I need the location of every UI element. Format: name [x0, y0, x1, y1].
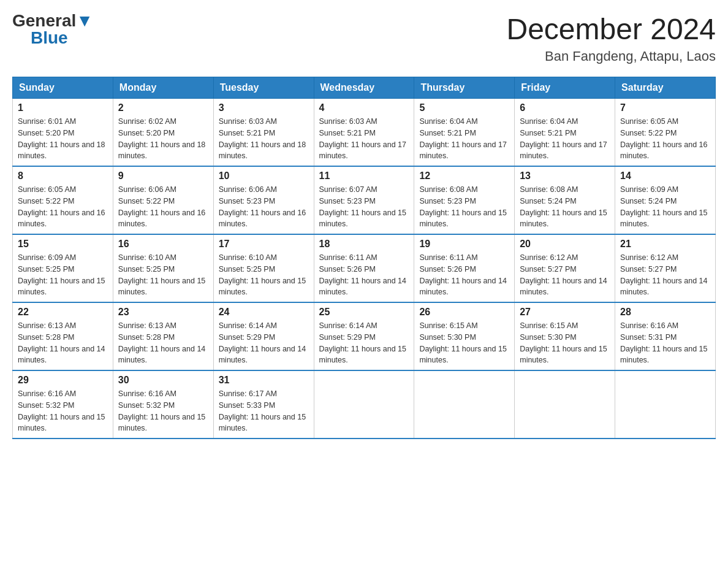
day-info: Sunrise: 6:14 AM Sunset: 5:29 PM Dayligh… [319, 320, 409, 366]
calendar-cell: 12 Sunrise: 6:08 AM Sunset: 5:23 PM Dayl… [414, 166, 515, 234]
calendar-title: December 2024 [506, 12, 716, 46]
day-info: Sunrise: 6:14 AM Sunset: 5:29 PM Dayligh… [219, 320, 309, 366]
day-number: 8 [18, 170, 108, 182]
day-number: 23 [118, 307, 208, 318]
day-info: Sunrise: 6:16 AM Sunset: 5:32 PM Dayligh… [118, 388, 208, 434]
day-info: Sunrise: 6:13 AM Sunset: 5:28 PM Dayligh… [18, 320, 108, 366]
day-number: 12 [419, 170, 509, 182]
day-info: Sunrise: 6:16 AM Sunset: 5:32 PM Dayligh… [18, 388, 108, 434]
calendar-cell: 14 Sunrise: 6:09 AM Sunset: 5:24 PM Dayl… [615, 166, 716, 234]
calendar-cell: 16 Sunrise: 6:10 AM Sunset: 5:25 PM Dayl… [113, 234, 213, 302]
day-info: Sunrise: 6:17 AM Sunset: 5:33 PM Dayligh… [219, 388, 309, 434]
calendar-cell: 24 Sunrise: 6:14 AM Sunset: 5:29 PM Dayl… [213, 302, 314, 370]
day-number: 27 [520, 307, 610, 318]
day-number: 29 [18, 375, 108, 386]
title-block: December 2024 Ban Fangdeng, Attapu, Laos [506, 12, 716, 64]
day-info: Sunrise: 6:12 AM Sunset: 5:27 PM Dayligh… [620, 252, 710, 298]
calendar-cell: 18 Sunrise: 6:11 AM Sunset: 5:26 PM Dayl… [314, 234, 414, 302]
day-info: Sunrise: 6:05 AM Sunset: 5:22 PM Dayligh… [18, 184, 108, 230]
day-info: Sunrise: 6:16 AM Sunset: 5:31 PM Dayligh… [620, 320, 710, 366]
calendar-cell: 2 Sunrise: 6:02 AM Sunset: 5:20 PM Dayli… [113, 99, 213, 167]
day-number: 3 [219, 102, 309, 113]
day-number: 31 [219, 375, 309, 386]
day-number: 25 [319, 307, 409, 318]
calendar-cell [314, 370, 414, 439]
day-number: 20 [520, 239, 610, 250]
day-number: 26 [419, 307, 509, 318]
weekday-header-tuesday: Tuesday [213, 77, 314, 99]
day-number: 30 [118, 375, 208, 386]
calendar-cell: 23 Sunrise: 6:13 AM Sunset: 5:28 PM Dayl… [113, 302, 213, 370]
calendar-week-4: 22 Sunrise: 6:13 AM Sunset: 5:28 PM Dayl… [13, 302, 716, 370]
day-info: Sunrise: 6:04 AM Sunset: 5:21 PM Dayligh… [520, 116, 610, 162]
calendar-header: SundayMondayTuesdayWednesdayThursdayFrid… [13, 77, 716, 99]
calendar-cell: 27 Sunrise: 6:15 AM Sunset: 5:30 PM Dayl… [515, 302, 615, 370]
day-info: Sunrise: 6:03 AM Sunset: 5:21 PM Dayligh… [319, 116, 409, 162]
day-info: Sunrise: 6:07 AM Sunset: 5:23 PM Dayligh… [319, 184, 409, 230]
day-info: Sunrise: 6:13 AM Sunset: 5:28 PM Dayligh… [118, 320, 208, 366]
day-number: 16 [118, 239, 208, 250]
logo-general-text: General▼ [12, 12, 93, 29]
day-number: 18 [319, 239, 409, 250]
calendar-cell: 11 Sunrise: 6:07 AM Sunset: 5:23 PM Dayl… [314, 166, 414, 234]
day-number: 11 [319, 170, 409, 182]
day-info: Sunrise: 6:05 AM Sunset: 5:22 PM Dayligh… [620, 116, 710, 162]
calendar-cell: 22 Sunrise: 6:13 AM Sunset: 5:28 PM Dayl… [13, 302, 113, 370]
weekday-header-sunday: Sunday [13, 77, 113, 99]
logo-triangle-icon: ▼ [76, 11, 93, 30]
calendar-cell: 7 Sunrise: 6:05 AM Sunset: 5:22 PM Dayli… [615, 99, 716, 167]
day-number: 24 [219, 307, 309, 318]
calendar-cell: 20 Sunrise: 6:12 AM Sunset: 5:27 PM Dayl… [515, 234, 615, 302]
weekday-header-monday: Monday [113, 77, 213, 99]
day-info: Sunrise: 6:12 AM Sunset: 5:27 PM Dayligh… [520, 252, 610, 298]
calendar-cell: 6 Sunrise: 6:04 AM Sunset: 5:21 PM Dayli… [515, 99, 615, 167]
day-info: Sunrise: 6:15 AM Sunset: 5:30 PM Dayligh… [419, 320, 509, 366]
calendar-cell [515, 370, 615, 439]
day-number: 6 [520, 102, 610, 113]
day-number: 10 [219, 170, 309, 182]
calendar-cell: 29 Sunrise: 6:16 AM Sunset: 5:32 PM Dayl… [13, 370, 113, 439]
calendar-cell [615, 370, 716, 439]
day-info: Sunrise: 6:15 AM Sunset: 5:30 PM Dayligh… [520, 320, 610, 366]
day-info: Sunrise: 6:09 AM Sunset: 5:24 PM Dayligh… [620, 184, 710, 230]
calendar-cell: 26 Sunrise: 6:15 AM Sunset: 5:30 PM Dayl… [414, 302, 515, 370]
calendar-cell: 28 Sunrise: 6:16 AM Sunset: 5:31 PM Dayl… [615, 302, 716, 370]
calendar-cell: 15 Sunrise: 6:09 AM Sunset: 5:25 PM Dayl… [13, 234, 113, 302]
day-number: 21 [620, 239, 710, 250]
day-number: 7 [620, 102, 710, 113]
day-number: 14 [620, 170, 710, 182]
calendar-cell: 21 Sunrise: 6:12 AM Sunset: 5:27 PM Dayl… [615, 234, 716, 302]
calendar-cell: 3 Sunrise: 6:03 AM Sunset: 5:21 PM Dayli… [213, 99, 314, 167]
day-number: 17 [219, 239, 309, 250]
day-info: Sunrise: 6:01 AM Sunset: 5:20 PM Dayligh… [18, 116, 108, 162]
day-info: Sunrise: 6:10 AM Sunset: 5:25 PM Dayligh… [219, 252, 309, 298]
calendar-body: 1 Sunrise: 6:01 AM Sunset: 5:20 PM Dayli… [13, 99, 716, 439]
weekday-header-thursday: Thursday [414, 77, 515, 99]
calendar-week-5: 29 Sunrise: 6:16 AM Sunset: 5:32 PM Dayl… [13, 370, 716, 439]
logo: General▼ Blue [12, 12, 93, 47]
day-number: 1 [18, 102, 108, 113]
day-info: Sunrise: 6:06 AM Sunset: 5:23 PM Dayligh… [219, 184, 309, 230]
day-number: 19 [419, 239, 509, 250]
calendar-cell: 30 Sunrise: 6:16 AM Sunset: 5:32 PM Dayl… [113, 370, 213, 439]
calendar-cell: 1 Sunrise: 6:01 AM Sunset: 5:20 PM Dayli… [13, 99, 113, 167]
day-number: 22 [18, 307, 108, 318]
day-number: 13 [520, 170, 610, 182]
weekday-header-saturday: Saturday [615, 77, 716, 99]
calendar-cell: 8 Sunrise: 6:05 AM Sunset: 5:22 PM Dayli… [13, 166, 113, 234]
calendar-cell: 9 Sunrise: 6:06 AM Sunset: 5:22 PM Dayli… [113, 166, 213, 234]
day-info: Sunrise: 6:11 AM Sunset: 5:26 PM Dayligh… [319, 252, 409, 298]
logo-blue-text: Blue [31, 29, 68, 47]
calendar-cell: 19 Sunrise: 6:11 AM Sunset: 5:26 PM Dayl… [414, 234, 515, 302]
day-info: Sunrise: 6:09 AM Sunset: 5:25 PM Dayligh… [18, 252, 108, 298]
calendar-cell: 25 Sunrise: 6:14 AM Sunset: 5:29 PM Dayl… [314, 302, 414, 370]
weekday-header-friday: Friday [515, 77, 615, 99]
calendar-cell [414, 370, 515, 439]
calendar-cell: 13 Sunrise: 6:08 AM Sunset: 5:24 PM Dayl… [515, 166, 615, 234]
day-info: Sunrise: 6:02 AM Sunset: 5:20 PM Dayligh… [118, 116, 208, 162]
calendar-week-1: 1 Sunrise: 6:01 AM Sunset: 5:20 PM Dayli… [13, 99, 716, 167]
day-info: Sunrise: 6:08 AM Sunset: 5:24 PM Dayligh… [520, 184, 610, 230]
day-info: Sunrise: 6:10 AM Sunset: 5:25 PM Dayligh… [118, 252, 208, 298]
calendar-location: Ban Fangdeng, Attapu, Laos [506, 48, 716, 64]
day-number: 5 [419, 102, 509, 113]
